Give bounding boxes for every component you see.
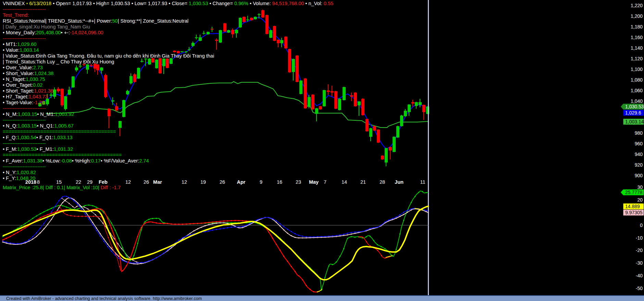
svg-text:980: 980	[635, 130, 643, 136]
svg-text:11: 11	[420, 179, 425, 185]
svg-text:• Taget-Value:-1.20: • Taget-Value:-1.20	[3, 100, 45, 105]
svg-text:• Value:1,003.14: • Value:1,003.14	[3, 47, 39, 53]
svg-text:| Daily_singal:Xu Huong Tang_N: | Daily_singal:Xu Huong Tang_Nam Giu	[3, 24, 90, 29]
svg-text:1,060: 1,060	[631, 88, 643, 93]
svg-text:1,003.14: 1,003.14	[625, 119, 644, 124]
svg-text:14.889: 14.889	[625, 204, 640, 209]
svg-text:1,200: 1,200	[631, 13, 643, 19]
svg-text:9: 9	[260, 179, 262, 185]
svg-text:| Trend_Status:Tich Luy _ Cho: | Trend_Status:Tich Luy _ Cho Thay Đôi X…	[3, 59, 114, 64]
svg-text:0: 0	[640, 222, 643, 228]
svg-text:1,120: 1,120	[631, 56, 643, 61]
svg-text:• H7_Taget:1,043.73: • H7_Taget:1,043.73	[3, 94, 48, 99]
svg-text:-20: -20	[636, 248, 643, 253]
svg-text:• Short_Value:1,024.38: • Short_Value:1,024.38	[3, 71, 53, 76]
svg-text:22: 22	[76, 179, 81, 185]
svg-text:• N_Q:1,003.15• N_Q1:1,005.67: • N_Q:1,003.15• N_Q1:1,005.67	[3, 123, 74, 129]
svg-text:-10: -10	[636, 235, 643, 241]
svg-text:900: 900	[635, 173, 643, 178]
svg-text:1,140: 1,140	[631, 45, 643, 51]
svg-text:960: 960	[635, 141, 643, 146]
svg-text:--------------------------: --------------------------	[3, 36, 46, 41]
svg-text:RSI_Status:Normal| TREND_Statu: RSI_Status:Normal| TREND_Status:*--#+| P…	[3, 18, 188, 24]
svg-text:1,040: 1,040	[631, 98, 643, 104]
svg-text:12: 12	[125, 179, 131, 185]
svg-text:--------------------------: --------------------------	[3, 7, 46, 12]
svg-text:Jun: Jun	[395, 179, 404, 185]
svg-text:Mar: Mar	[153, 179, 162, 185]
svg-text:• N_Taget:1,030.75: • N_Taget:1,030.75	[3, 76, 45, 82]
svg-text:• N_M:1,003.15• N_M1:1,003.92: • N_M:1,003.15• N_M1:1,003.92	[3, 111, 74, 117]
svg-text:Feb: Feb	[99, 179, 108, 185]
svg-text:• Short_Taget:1,021.36: • Short_Taget:1,021.36	[3, 88, 53, 94]
svg-text:-40: -40	[636, 273, 643, 278]
svg-text:• Over_Value:2.73: • Over_Value:2.73	[3, 65, 43, 70]
svg-text:14: 14	[342, 179, 347, 185]
svg-text:23: 23	[296, 179, 301, 185]
svg-text:• Money_Daily:205,408.00• +-:-: • Money_Daily:205,408.00• +-:-14,024,096…	[3, 30, 103, 35]
svg-text:--------------------------: --------------------------	[3, 106, 46, 111]
svg-text:1,160: 1,160	[631, 35, 643, 40]
svg-text:1,030.53: 1,030.53	[625, 104, 644, 109]
svg-text:9.97305: 9.97305	[625, 210, 643, 215]
svg-text:26: 26	[144, 179, 149, 185]
svg-text:16: 16	[277, 179, 282, 185]
svg-text:• F_Y:1,048.20: • F_Y:1,048.20	[3, 176, 35, 181]
svg-text:26: 26	[220, 179, 225, 185]
svg-text:1,100: 1,100	[631, 67, 643, 72]
svg-text:15: 15	[56, 179, 62, 185]
svg-text:29: 29	[87, 179, 92, 185]
svg-text:VNINDEX • 6/13/2018 • Open= 1,: VNINDEX • 6/13/2018 • Open= 1,017.93 • H…	[3, 1, 333, 6]
svg-text:1,220: 1,220	[631, 3, 643, 8]
svg-text:• MT1:1,029.60: • MT1:1,029.60	[3, 41, 37, 47]
svg-text:1,180: 1,180	[631, 24, 643, 29]
svg-text:920: 920	[635, 162, 643, 168]
svg-text:Matrix_Price :25.8| Diff : 0: Matrix_Price :25.8| Diff : 0.1| Matrix_V…	[3, 185, 121, 190]
svg-text:--------------------------: --------------------------	[3, 164, 46, 169]
svg-text:• F_M:1,030.53• F_M1:1,031.32: • F_M:1,030.53• F_M1:1,031.32	[3, 146, 73, 152]
svg-text:Created with AmiBroker - advan: Created with AmiBroker - advanced charti…	[6, 296, 202, 301]
svg-text:Apr: Apr	[237, 179, 246, 185]
svg-text:-50: -50	[636, 286, 643, 291]
svg-text:-30: -30	[636, 260, 643, 266]
svg-text:May: May	[309, 179, 319, 185]
svg-text:25.7778: 25.7778	[625, 190, 643, 195]
svg-text:19: 19	[200, 179, 206, 185]
svg-text:7: 7	[324, 179, 326, 185]
svg-text:12: 12	[182, 179, 187, 185]
svg-text:30: 30	[637, 184, 643, 190]
svg-text:• N_Y:1,020.82: • N_Y:1,020.82	[3, 170, 36, 175]
svg-text:--------------------------: --------------------------	[3, 141, 46, 146]
svg-text:| Value_Status:Đinh Gia Tang T: | Value_Status:Đinh Gia Tang Truong. Đâu…	[3, 53, 214, 59]
svg-text:21: 21	[360, 179, 366, 185]
svg-text:940: 940	[635, 152, 643, 157]
svg-text:1,029.6: 1,029.6	[625, 110, 641, 116]
svg-text:--------------------------: --------------------------	[3, 117, 46, 123]
svg-text:• F_Q:1,030.54• F_Q1:1,033.13: • F_Q:1,030.54• F_Q1:1,033.13	[3, 135, 73, 140]
svg-text:==============================: ========================================…	[3, 152, 122, 158]
svg-text:• Over_Taget:0.02: • Over_Taget:0.02	[3, 82, 42, 88]
svg-text:20: 20	[637, 197, 643, 203]
svg-text:28: 28	[380, 179, 385, 185]
svg-text:1,080: 1,080	[631, 77, 643, 83]
svg-text:Test_Trend:: Test_Trend:	[3, 12, 29, 18]
svg-text:• F_Aver:1,031.38• %Low:-0.08•: • F_Aver:1,031.38• %Low:-0.08• %High:0.1…	[3, 158, 149, 164]
svg-text:8: 8	[37, 179, 40, 185]
svg-text:==============================: =======================================	[3, 129, 116, 134]
